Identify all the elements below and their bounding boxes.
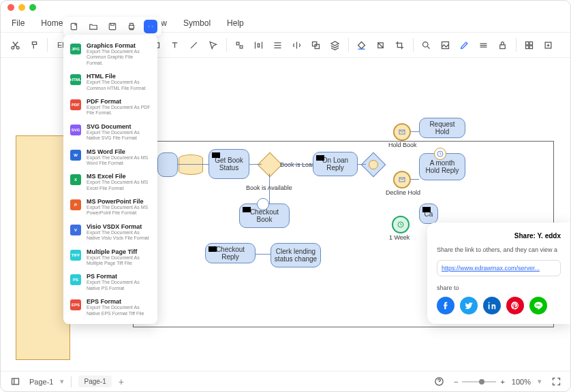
page-tab[interactable]: Page-1	[78, 376, 111, 387]
facebook-icon[interactable]	[437, 297, 454, 314]
zoom-in-button[interactable]: +	[500, 378, 504, 386]
layers-icon[interactable]	[328, 37, 343, 52]
export-option-graphics-format[interactable]: JPGGraphics FormatExport The Document As…	[63, 39, 157, 69]
export-option-subtitle: Export The Document As MS PowerPoint Fil…	[87, 205, 151, 216]
linkedin-icon[interactable]	[483, 297, 501, 314]
fill-color-icon[interactable]	[354, 37, 369, 52]
zoom-out-button[interactable]: −	[454, 378, 458, 386]
status-bar: Page-1 ▾ Page-1 + − + 100% ▾	[1, 371, 570, 391]
event-checkout-icon[interactable]	[257, 198, 269, 210]
pinterest-icon[interactable]	[506, 297, 524, 314]
label-decline-hold: Decline Hold	[386, 189, 420, 196]
fill-icon[interactable]	[232, 37, 247, 52]
distribute-h-icon[interactable]	[251, 37, 266, 52]
label-book-is-loan: Book is Loan	[280, 161, 315, 168]
menu-help[interactable]: Help	[227, 18, 244, 28]
format-badge-icon: X	[70, 174, 81, 185]
label-hold-book: Hold Book	[388, 142, 417, 148]
social-share-row	[437, 297, 561, 314]
export-option-visio-vsdx-format[interactable]: VVisio VSDX FormatExport The Document As…	[63, 220, 157, 245]
group-icon[interactable]	[309, 37, 324, 52]
export-option-title: PDF Format	[87, 98, 151, 105]
node-request-hold[interactable]: Request Hold	[419, 118, 465, 138]
export-option-subtitle: Export The Document As Native EPS Format…	[87, 305, 151, 316]
export-button[interactable]	[144, 20, 157, 33]
export-option-title: SVG Document	[87, 123, 151, 130]
size-icon[interactable]	[373, 37, 388, 52]
print-icon[interactable]	[125, 20, 138, 33]
save-icon[interactable]	[106, 20, 119, 33]
node-get-book-status[interactable]: Get Book Status	[209, 149, 249, 179]
export-option-subtitle: Export The Document As MS Word File Form…	[87, 155, 151, 167]
export-option-pdf-format[interactable]: PDFPDF FormatExport The Document As PDF …	[63, 95, 157, 120]
message-event-decline-icon[interactable]	[393, 171, 411, 189]
page-layout-icon[interactable]	[7, 374, 22, 389]
export-option-ms-word-file[interactable]: WMS Word FileExport The Document As MS W…	[63, 145, 157, 170]
share-description: Share the link to others, and they can v…	[437, 246, 561, 253]
minimize-window-button[interactable]	[18, 4, 25, 11]
twitter-icon[interactable]	[460, 297, 478, 314]
message-event-hold-icon[interactable]	[393, 123, 411, 141]
pointer-icon[interactable]	[206, 37, 221, 52]
search-icon[interactable]	[419, 37, 434, 52]
line-tool-icon[interactable]	[187, 37, 202, 52]
node-ca[interactable]: Ca	[419, 203, 438, 224]
timer-event-month-icon[interactable]	[434, 148, 446, 160]
node-checkout-reply[interactable]: Checkout Reply	[205, 243, 256, 263]
flip-icon[interactable]	[290, 37, 305, 52]
connector	[178, 164, 209, 165]
menu-view[interactable]: w	[161, 18, 167, 28]
more-icon[interactable]	[541, 37, 556, 52]
image-icon[interactable]	[438, 37, 453, 52]
format-painter-icon[interactable]	[27, 37, 42, 52]
format-badge-icon: PS	[70, 274, 81, 285]
export-option-ps-format[interactable]: PSPS FormatExport The Document As Native…	[63, 270, 157, 295]
close-window-button[interactable]	[7, 4, 14, 11]
window-titlebar	[1, 1, 570, 14]
connector	[249, 164, 262, 165]
maximize-window-button[interactable]	[29, 4, 36, 11]
new-file-icon[interactable]	[67, 20, 81, 33]
export-option-svg-document[interactable]: SVGSVG DocumentExport The Document As Na…	[63, 120, 157, 145]
share-to-label: share to	[437, 284, 561, 291]
export-option-ms-excel-file[interactable]: XMS Excel FileExport The Document As MS …	[63, 169, 157, 195]
line-icon[interactable]	[529, 297, 547, 314]
quick-access-toolbar	[63, 17, 161, 36]
help-icon[interactable]	[432, 374, 447, 389]
zoom-slider[interactable]: − +	[454, 378, 505, 386]
node-partial[interactable]	[157, 152, 178, 177]
line-style-icon[interactable]	[476, 37, 491, 52]
cut-icon[interactable]	[7, 37, 22, 52]
share-link-field[interactable]: https://www.edrawmax.com/server...	[437, 260, 561, 276]
menu-symbol[interactable]: Symbol	[183, 18, 211, 28]
export-option-html-file[interactable]: HTMLHTML FileExport The Document As Comm…	[63, 69, 157, 95]
export-option-title: Multiple Page Tiff	[87, 248, 151, 255]
export-option-subtitle: Export The Document As Common HTML File …	[87, 80, 151, 91]
add-page-button[interactable]: +	[119, 376, 124, 387]
zoom-level[interactable]: 100%	[512, 378, 531, 386]
timer-event-week-icon[interactable]	[392, 216, 410, 233]
export-option-multiple-page-tiff[interactable]: TIFFMultiple Page TiffExport The Documen…	[63, 245, 157, 270]
fullscreen-icon[interactable]	[549, 374, 564, 389]
format-badge-icon: W	[70, 150, 81, 161]
menu-file[interactable]: File	[12, 18, 25, 28]
crop-icon[interactable]	[392, 37, 407, 52]
grid-icon[interactable]	[522, 37, 537, 52]
gateway-marker-icon	[369, 160, 378, 169]
export-option-subtitle: Export The Document As Native PS Format	[87, 280, 151, 291]
export-option-eps-format[interactable]: EPSEPS FormatExport The Document As Nati…	[63, 295, 157, 320]
export-option-subtitle: Export The Document As Native SVG File F…	[87, 130, 151, 142]
text-tool-icon[interactable]	[168, 37, 183, 52]
page-selector[interactable]: Page-1	[29, 378, 53, 386]
pen-icon[interactable]	[457, 37, 472, 52]
node-on-loan-reply[interactable]: On Loan Reply	[313, 152, 358, 176]
swimlane[interactable]	[16, 135, 70, 360]
node-clerk-lending[interactable]: Clerk lending status change	[271, 243, 321, 267]
open-folder-icon[interactable]	[87, 20, 100, 33]
menu-home[interactable]: Home	[41, 18, 63, 28]
distribute-v-icon[interactable]	[271, 37, 286, 52]
export-option-ms-powerpoint-file[interactable]: PMS PowerPoint FileExport The Document A…	[63, 195, 157, 220]
lock-icon[interactable]	[495, 37, 510, 52]
datastore-icon[interactable]	[179, 154, 203, 175]
export-option-title: PS Format	[87, 273, 151, 280]
